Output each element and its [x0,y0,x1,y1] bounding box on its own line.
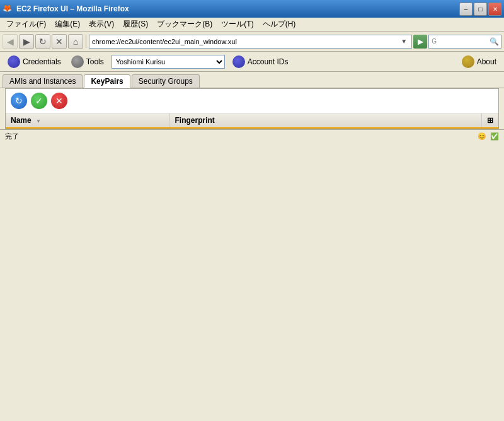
close-button[interactable]: ✕ [488,3,501,16]
status-face-icon: 😊 [478,132,486,141]
about-button[interactable]: About [459,54,499,69]
sort-icon-name: ▼ [36,118,41,124]
table-container: Name ▼ Fingerprint ⊞ [6,113,498,129]
search-bar: G 🔍 [428,35,501,49]
content-wrapper: ↻ ✓ ✕ Name ▼ Fingerprint [0,88,504,129]
window-title: EC2 Firefox UI – Mozilla Firefox [16,4,129,13]
tools-label: Tools [86,57,104,66]
action-toolbar: ↻ ✓ ✕ [6,89,498,113]
address-bar: ▼ [89,35,412,49]
delete-button[interactable]: ✕ [51,93,67,109]
menu-bar: ファイル(F) 編集(E) 表示(V) 履歴(S) ブックマーク(B) ツール(… [0,18,504,32]
account-ids-label: Account IDs [248,57,289,66]
google-icon: G [432,38,437,45]
account-ids-button[interactable]: Account IDs [230,54,291,69]
status-left: 完了 [5,132,19,141]
status-right: 😊 ✅ [478,132,499,141]
status-check-icon: ✅ [490,132,499,141]
tab-keypairs[interactable]: KeyPairs [84,74,130,88]
firefox-icon: 🦊 [3,4,13,14]
menu-file[interactable]: ファイル(F) [3,18,50,31]
content-area: ↻ ✓ ✕ Name ▼ Fingerprint [5,88,499,129]
status-bar: 完了 😊 ✅ [0,129,504,143]
status-message: 完了 [5,132,19,141]
menu-bookmarks[interactable]: ブックマーク(B) [153,18,216,31]
reload-button[interactable]: ↻ [35,34,50,49]
restore-button[interactable]: □ [474,3,487,16]
credentials-button[interactable]: Credentials [5,54,64,69]
tools-button[interactable]: Tools [69,54,106,69]
about-icon [462,55,474,68]
title-bar-left: 🦊 EC2 Firefox UI – Mozilla Firefox [3,4,129,14]
menu-history[interactable]: 履歴(S) [119,18,152,31]
go-button[interactable]: ▶ [413,35,427,49]
home-button[interactable]: ⌂ [68,34,83,49]
credentials-label: Credentials [23,57,61,66]
credentials-icon [8,55,20,68]
tab-amis-instances[interactable]: AMIs and Instances [3,74,83,88]
account-ids-icon [232,55,245,68]
about-label: About [477,57,496,66]
nav-bar: ◀ ▶ ↻ ✕ ⌂ ▼ ▶ G 🔍 [0,32,504,52]
column-header-action: ⊞ [482,113,499,128]
add-button[interactable]: ✓ [31,93,47,109]
address-input[interactable] [92,38,396,45]
menu-view[interactable]: 表示(V) [85,18,118,31]
column-icon: ⊞ [487,116,493,125]
search-input[interactable] [438,38,488,45]
keypairs-table: Name ▼ Fingerprint ⊞ [6,113,498,129]
stop-button[interactable]: ✕ [52,34,67,49]
menu-help[interactable]: ヘルプ(H) [259,18,300,31]
menu-tools[interactable]: ツール(T) [217,18,257,31]
tools-icon [71,55,84,68]
search-button[interactable]: 🔍 [488,36,500,47]
title-bar: 🦊 EC2 Firefox UI – Mozilla Firefox – □ ✕ [0,0,504,18]
forward-button[interactable]: ▶ [19,34,34,49]
table-header-row: Name ▼ Fingerprint ⊞ [6,113,498,128]
title-buttons: – □ ✕ [459,3,501,16]
address-dropdown-button[interactable]: ▼ [399,37,409,47]
minimize-button[interactable]: – [459,3,472,16]
menu-edit[interactable]: 編集(E) [51,18,84,31]
tab-bar: AMIs and Instances KeyPairs Security Gro… [0,72,504,88]
refresh-button[interactable]: ↻ [11,93,27,109]
column-header-name[interactable]: Name ▼ [6,113,169,128]
nav-separator [86,35,86,48]
toolbar: Credentials Tools Yoshiomi Kurisu Accoun… [0,52,504,72]
column-header-fingerprint[interactable]: Fingerprint [169,113,482,128]
profile-select[interactable]: Yoshiomi Kurisu [112,55,225,69]
back-button[interactable]: ◀ [3,34,18,49]
tab-security-groups[interactable]: Security Groups [132,74,200,88]
